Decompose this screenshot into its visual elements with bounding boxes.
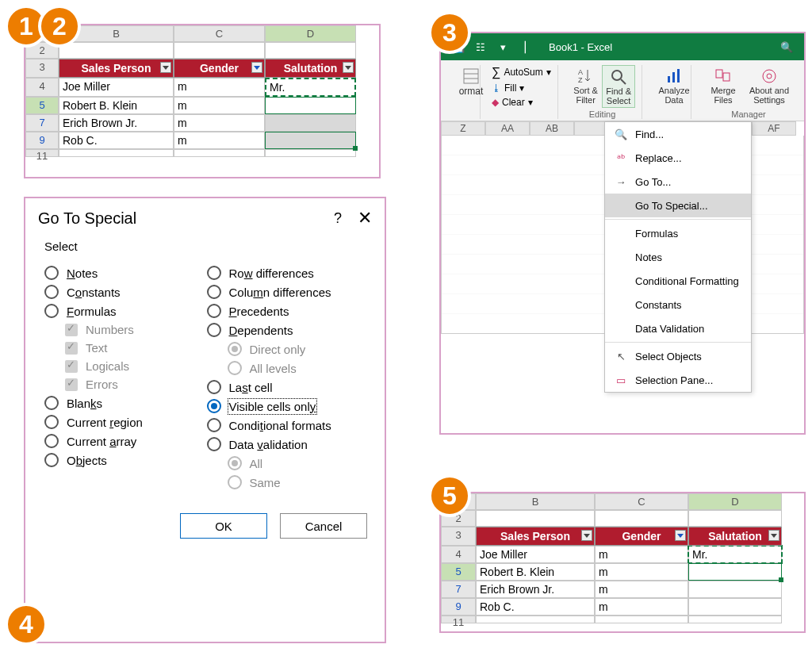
cell-selected[interactable]	[688, 563, 782, 581]
autosum-button[interactable]: ∑AutoSum ▾	[492, 65, 551, 79]
opt-conditional-formats[interactable]: Conditional formats	[207, 418, 366, 432]
cell[interactable]: m	[595, 563, 688, 581]
cell[interactable]: m	[174, 114, 265, 132]
col-header[interactable]: AF	[752, 121, 796, 136]
menu-find[interactable]: 🔍Find...	[605, 122, 751, 146]
about-settings-button[interactable]: About and Settings	[744, 65, 795, 106]
row-header[interactable]: 4	[25, 78, 59, 97]
close-icon[interactable]: ✕	[358, 208, 372, 228]
cell[interactable]	[688, 510, 782, 527]
cell[interactable]: Robert B. Klein	[59, 97, 174, 114]
menu-replace[interactable]: ᵃᵇReplace...	[605, 146, 751, 170]
col-header[interactable]: Z	[441, 121, 485, 136]
menu-formulas[interactable]: Formulas	[605, 221, 751, 245]
opt-visible-cells-only[interactable]: Visible cells only	[207, 399, 366, 413]
col-header-c[interactable]: C	[595, 493, 688, 510]
col-header-d[interactable]: D	[688, 493, 782, 510]
menu-constants[interactable]: Constants	[605, 293, 751, 316]
cell[interactable]: Joe Miller	[476, 546, 595, 563]
opt-precedents[interactable]: Precedents	[207, 304, 366, 318]
cell-selected[interactable]	[265, 97, 356, 114]
cell[interactable]	[265, 42, 356, 59]
cell[interactable]	[265, 149, 356, 157]
cell[interactable]	[595, 616, 688, 623]
th-sales-person[interactable]: Sales Person	[59, 59, 174, 78]
row-header[interactable]: 11	[441, 616, 476, 623]
row-header[interactable]: 7	[441, 581, 476, 598]
th-salutation[interactable]: Salutation	[688, 527, 782, 546]
row-header[interactable]: 3	[441, 527, 476, 546]
col-header-b[interactable]: B	[476, 493, 595, 510]
opt-constants[interactable]: Constants	[44, 285, 204, 299]
cell[interactable]	[595, 510, 688, 527]
clear-button[interactable]: ◆Clear ▾	[492, 97, 533, 108]
cell[interactable]	[59, 42, 174, 59]
cell[interactable]	[174, 149, 265, 157]
cell[interactable]	[688, 581, 782, 598]
cell[interactable]	[688, 598, 782, 616]
menu-goto-special[interactable]: Go To Special...	[605, 194, 751, 217]
cell[interactable]: Rob C.	[59, 132, 174, 149]
opt-blanks[interactable]: Blanks	[44, 396, 204, 410]
find-select-button[interactable]: Find & Select	[602, 65, 635, 108]
row-header[interactable]: 9	[25, 132, 59, 149]
cell[interactable]: Erich Brown Jr.	[476, 581, 595, 598]
filter-icon[interactable]	[581, 530, 592, 541]
cell[interactable]	[59, 149, 174, 157]
menu-selection-pane[interactable]: ▭Selection Pane...	[605, 368, 751, 392]
opt-notes[interactable]: Notes	[44, 266, 204, 280]
th-sales-person[interactable]: Sales Person	[476, 527, 595, 546]
quick-access-icon[interactable]: ☷	[472, 38, 489, 56]
cell-selected[interactable]	[265, 114, 356, 132]
dropdown-icon[interactable]: ▾	[494, 38, 511, 56]
row-header[interactable]: 7	[25, 114, 59, 132]
opt-row-diff[interactable]: Row differences	[207, 266, 366, 280]
opt-formulas[interactable]: Formulas	[44, 304, 204, 318]
cell[interactable]	[174, 42, 265, 59]
row-header[interactable]: 5	[441, 563, 476, 581]
cell[interactable]: Robert B. Klein	[476, 563, 595, 581]
cell[interactable]	[688, 616, 782, 623]
filter-icon[interactable]	[675, 530, 686, 541]
menu-select-objects[interactable]: ↖Select Objects	[605, 344, 751, 368]
menu-data-validation[interactable]: Data Validation	[605, 316, 751, 340]
opt-dependents[interactable]: Dependents	[207, 323, 366, 337]
cell-copied[interactable]: Mr.	[688, 546, 782, 563]
ok-button[interactable]: OK	[180, 513, 267, 539]
opt-current-array[interactable]: Current array	[44, 434, 204, 448]
th-gender[interactable]: Gender	[595, 527, 688, 546]
filter-icon[interactable]	[343, 62, 354, 73]
filter-icon[interactable]	[160, 62, 171, 73]
filter-icon[interactable]	[768, 530, 779, 541]
opt-data-validation[interactable]: Data validation	[207, 437, 366, 451]
row-header[interactable]: 4	[441, 546, 476, 563]
cell-selected[interactable]	[265, 132, 356, 149]
cell[interactable]	[476, 616, 595, 623]
cell[interactable]: m	[595, 598, 688, 616]
col-header-d[interactable]: D	[265, 25, 356, 42]
merge-files-button[interactable]: Merge Files	[703, 65, 744, 106]
cancel-button[interactable]: Cancel	[280, 513, 367, 539]
cell-copied[interactable]: Mr.	[265, 78, 356, 97]
cell[interactable]: Erich Brown Jr.	[59, 114, 174, 132]
row-header[interactable]: 3	[25, 59, 59, 78]
sort-filter-button[interactable]: AZ Sort & Filter	[569, 65, 602, 108]
cell[interactable]: m	[174, 78, 265, 97]
cell[interactable]	[476, 510, 595, 527]
row-header[interactable]: 5	[25, 97, 59, 114]
cell[interactable]: m	[595, 546, 688, 563]
col-header[interactable]: AB	[530, 121, 574, 136]
filter-icon[interactable]	[251, 62, 262, 73]
opt-objects[interactable]: Objects	[44, 453, 204, 467]
menu-notes[interactable]: Notes	[605, 245, 751, 269]
help-icon[interactable]: ?	[334, 210, 342, 227]
cell[interactable]: Rob C.	[476, 598, 595, 616]
menu-cond-format[interactable]: Conditional Formatting	[605, 269, 751, 293]
opt-col-diff[interactable]: Column differences	[207, 285, 366, 299]
th-gender[interactable]: Gender	[174, 59, 265, 78]
cell[interactable]: m	[174, 97, 265, 114]
row-header[interactable]: 9	[441, 598, 476, 616]
col-header-c[interactable]: C	[174, 25, 265, 42]
cell[interactable]: m	[174, 132, 265, 149]
opt-current-region[interactable]: Current region	[44, 415, 204, 429]
